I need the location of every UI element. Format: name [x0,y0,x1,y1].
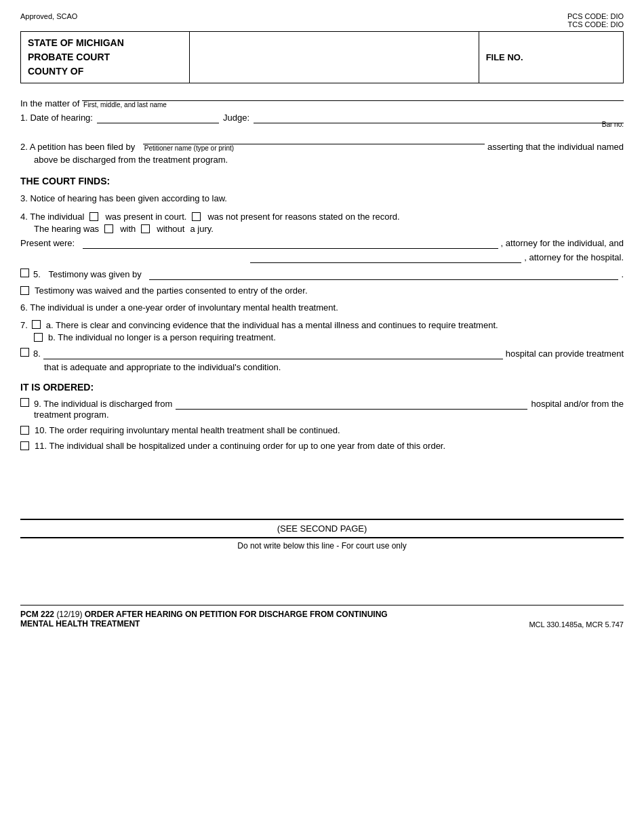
content: In the matter of First, middle, and last… [20,90,624,451]
header-table: STATE OF MICHIGAN PROBATE COURT COUNTY O… [20,31,624,83]
item4: 4. The individual was present in court. … [20,212,624,234]
item11-checkbox[interactable] [20,441,29,450]
item4-jury-text: a jury. [190,224,213,234]
item7b-text: b. The individual no longer is a person … [48,332,276,342]
item5-row: 5. Testimony was given by . [20,269,624,280]
item5-checkbox[interactable] [20,269,29,277]
attorney-field[interactable] [250,252,521,263]
item4-with-checkbox[interactable] [104,224,113,233]
footer-right: MCL 330.1485a, MCR 5.747 [529,620,624,629]
header-right: FILE NO. [479,32,623,83]
item10-text: 10. The order requiring involuntary ment… [35,425,340,435]
footer-date: (12/19) [56,610,82,619]
item9-row: 9. The individual is discharged from hos… [20,398,624,410]
item9-field[interactable] [176,399,527,410]
footer-title2: MENTAL HEALTH TREATMENT [20,619,140,629]
item8-below: that is adequate and appropriate to the … [44,362,624,372]
footer-title: ORDER AFTER HEARING ON PETITION FOR DISC… [85,610,388,619]
item8-row: 8. hospital can provide treatment [20,348,624,359]
footer-mcl: MCL 330.1485a, MCR 5.747 [529,620,624,629]
item5-prefix: 5. [33,269,41,279]
court-finds-title: THE COURT FINDS: [20,176,624,186]
item7-row: 7. a. There is clear and convincing evid… [20,320,624,330]
state-label: STATE OF MICHIGAN [28,37,124,48]
bottom-divider: (SEE SECOND PAGE) Do not write below thi… [20,519,624,551]
item3: 3. Notice of hearing has been given acco… [20,192,624,206]
file-no-label: FILE NO. [486,52,523,62]
item5-end: . [621,269,624,279]
court-label: PROBATE COURT [28,52,110,62]
footer-left: PCM 222 (12/19) ORDER AFTER HEARING ON P… [20,610,388,629]
item4-line2-prefix: The hearing was [34,224,99,234]
header-center [189,32,479,83]
see-second-page: (SEE SECOND PAGE) [20,519,624,538]
item4-line1: 4. The individual was present in court. … [20,212,624,222]
item9-suffix: hospital and/or from the [531,399,624,409]
hearing-row: 1. Date of hearing: Judge: Bar no. [20,113,624,128]
present-label: Present were: [20,238,75,248]
item8: 8. hospital can provide treatment that i… [20,348,624,372]
item5b-text: Testimony was waived and the parties con… [35,285,308,296]
item8-field[interactable] [43,349,503,359]
date-label: 1. Date of hearing: [20,113,93,123]
code-labels: PCS CODE: DIO TCS CODE: DIO [567,12,624,28]
item7: 7. a. There is clear and convincing evid… [20,320,624,342]
item4-prefix: 4. The individual [20,212,84,222]
bar-no-label: Bar no. [254,121,624,128]
item7a-text: a. There is clear and convincing evidenc… [46,320,498,330]
petition-row: 2. A petition has been filed by Petition… [20,134,624,152]
item5b-row: Testimony was waived and the parties con… [20,285,624,296]
item9-checkbox[interactable] [20,398,29,407]
top-bar: Approved, SCAO PCS CODE: DIO TCS CODE: D… [20,12,624,28]
matter-label: In the matter of [20,98,79,108]
matter-sublabel: First, middle, and last name [83,101,624,108]
item4-present-checkbox[interactable] [89,212,98,221]
item11-row: 11. The individual shall be hospitalized… [20,441,624,451]
date-field[interactable] [97,113,219,123]
item4-present-text: was present in court. [105,212,186,222]
tcs-code: TCS CODE: DIO [567,20,624,28]
item5b-checkbox[interactable] [20,286,29,295]
attorney-row: , attorney for the hospital. [20,252,624,263]
header-left: STATE OF MICHIGAN PROBATE COURT COUNTY O… [21,32,190,83]
judge-label: Judge: [223,113,249,123]
item7-prefix: 7. [20,320,28,330]
item7b-row: b. The individual no longer is a person … [34,332,624,342]
item10-checkbox[interactable] [20,426,29,435]
it-is-ordered-title: IT IS ORDERED: [20,382,624,393]
item4-notpresent-text: was not present for reasons stated on th… [207,212,399,222]
approved-label: Approved, SCAO [20,12,77,20]
item4-line2: The hearing was with without a jury. [34,224,624,234]
item9-below: treatment program. [34,410,624,420]
item11-text: 11. The individual shall be hospitalized… [35,441,445,451]
petitioner-sublabel: Petitioner name (type or print) [144,144,485,152]
item5-text: Testimony was given by [48,269,141,279]
footer-form: PCM 222 [20,610,54,619]
page: Approved, SCAO PCS CODE: DIO TCS CODE: D… [0,0,644,834]
item6: 6. The individual is under a one-year or… [20,301,624,315]
court-use-only: Do not write below this line - For court… [20,541,624,551]
item4-without-checkbox[interactable] [141,224,150,233]
item9: 9. The individual is discharged from hos… [20,398,624,420]
item7a-checkbox[interactable] [32,320,41,329]
item4-without-text: without [157,224,184,234]
item9-prefix: 9. The individual is discharged from [34,399,172,409]
item8-suffix: hospital can provide treatment [506,349,624,359]
item8-prefix: 8. [33,349,41,359]
petitioner-field[interactable] [143,134,485,144]
testimony-field[interactable] [149,269,618,280]
pcs-code: PCS CODE: DIO [567,12,624,20]
petition-asserting: asserting that the individual named [487,142,624,152]
present-field[interactable] [83,238,498,249]
matter-field[interactable] [82,90,624,101]
item4-notpresent-checkbox[interactable] [192,212,201,221]
attorney-hospital-text: , attorney for the hospital. [524,252,624,262]
petition-label: 2. A petition has been filed by [20,142,135,152]
matter-row: In the matter of First, middle, and last… [20,90,624,108]
petition-above: above be discharged from the treatment p… [34,153,624,167]
item7b-checkbox[interactable] [34,333,43,342]
county-label: COUNTY OF [28,66,83,77]
item8-checkbox[interactable] [20,348,29,357]
item4-with-text: with [120,224,136,234]
see-second-page-text: (SEE SECOND PAGE) [277,523,367,534]
